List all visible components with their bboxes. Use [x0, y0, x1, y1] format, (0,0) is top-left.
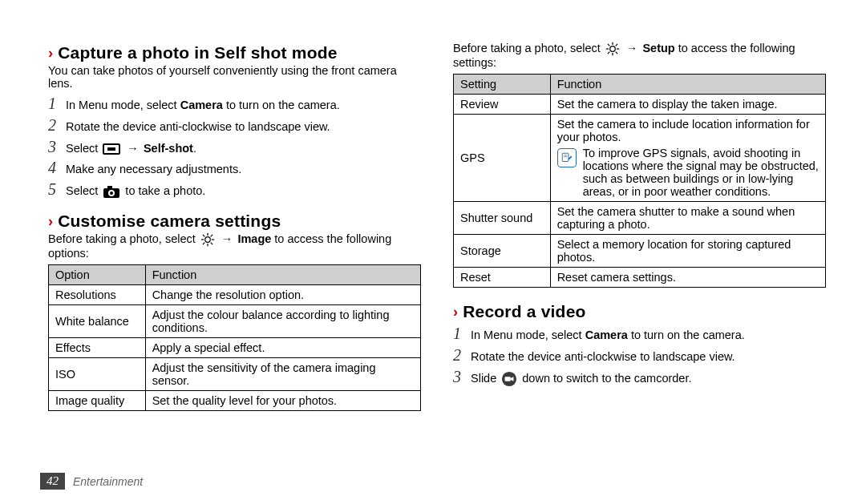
table-row: EffectsApply a special effect.: [49, 337, 421, 357]
table-row: ISOAdjust the sensitivity of the camera …: [49, 357, 421, 390]
chevron-icon: ›: [453, 304, 458, 321]
step-text: Select to take a photo.: [66, 183, 205, 200]
table-row: StorageSelect a memory location for stor…: [454, 235, 826, 268]
step-number: 4: [48, 159, 66, 177]
section-intro: You can take photos of yourself convenie…: [48, 64, 421, 90]
table-header: Function: [550, 75, 825, 95]
table-row: ResetReset camera settings.: [454, 268, 826, 288]
settings-gear-icon: [200, 232, 215, 247]
camera-shutter-icon: [103, 184, 120, 199]
heading-text: Record a video: [463, 302, 585, 321]
table-row: ResolutionsChange the resolution option.: [49, 284, 421, 304]
step-text: Make any necessary adjustments.: [66, 161, 241, 179]
options-table: Option Function ResolutionsChange the re…: [48, 264, 421, 411]
table-row: GPS Set the camera to include location i…: [454, 115, 826, 202]
chevron-icon: ›: [48, 213, 53, 230]
step-number: 2: [48, 116, 66, 135]
step-text: Rotate the device anti-clockwise to land…: [66, 119, 330, 136]
steps-self-shot: 1 In Menu mode, select Camera to turn on…: [48, 95, 421, 200]
step-item: 1 In Menu mode, select Camera to turn on…: [453, 325, 826, 345]
step-text: In Menu mode, select Camera to turn on t…: [471, 327, 745, 345]
step-item: 3 Slide down to switch to the camcorder.: [453, 368, 826, 388]
step-number: 3: [48, 138, 66, 156]
menu-rect-icon: [103, 142, 120, 156]
table-header: Setting: [454, 75, 551, 95]
page-footer: 42 Entertainment: [40, 473, 143, 490]
step-item: 2 Rotate the device anti-clockwise to la…: [48, 116, 421, 136]
steps-record-video: 1 In Menu mode, select Camera to turn on…: [453, 325, 826, 387]
gps-note-text: To improve GPS signals, avoid shooting i…: [583, 147, 819, 198]
step-text: Select → Self-shot.: [66, 140, 196, 158]
step-number: 1: [453, 325, 471, 343]
step-text: Slide down to switch to the camcorder.: [471, 370, 691, 388]
table-row: Shutter soundSet the camera shutter to m…: [454, 202, 826, 235]
chapter-name: Entertainment: [73, 475, 143, 488]
table-header-row: Option Function: [49, 264, 421, 284]
manual-page: › Capture a photo in Self shot mode You …: [0, 0, 866, 504]
heading-text: Customise camera settings: [58, 212, 281, 231]
step-number: 5: [48, 180, 66, 199]
table-header: Function: [145, 264, 420, 284]
step-text: In Menu mode, select Camera to turn on t…: [66, 97, 340, 115]
table-header-row: Setting Function: [454, 75, 826, 95]
right-column: Before taking a photo, select → Setup to…: [453, 40, 826, 417]
table-row: Image qualitySet the quality level for y…: [49, 390, 421, 410]
step-number: 1: [48, 95, 66, 113]
heading-text: Capture a photo in Self shot mode: [58, 43, 337, 62]
table-row: White balanceAdjust the colour balance a…: [49, 304, 421, 337]
note-icon: [557, 148, 577, 167]
step-item: 1 In Menu mode, select Camera to turn on…: [48, 95, 421, 115]
step-text: Rotate the device anti-clockwise to land…: [471, 349, 735, 366]
step-number: 3: [453, 368, 471, 386]
left-column: › Capture a photo in Self shot mode You …: [48, 40, 421, 417]
section-heading-self-shot: › Capture a photo in Self shot mode: [48, 43, 421, 62]
step-item: 2 Rotate the device anti-clockwise to la…: [453, 346, 826, 366]
section-heading-record-video: › Record a video: [453, 302, 826, 321]
step-item: 5 Select to take a photo.: [48, 180, 421, 200]
table-row: ReviewSet the camera to display the take…: [454, 95, 826, 115]
gps-function-cell: Set the camera to include location infor…: [550, 115, 825, 202]
section-intro: Before taking a photo, select → Image to…: [48, 232, 421, 260]
gps-note: To improve GPS signals, avoid shooting i…: [557, 147, 819, 198]
step-item: 3 Select → Self-shot.: [48, 138, 421, 158]
camcorder-toggle-icon: [501, 371, 517, 387]
two-column-layout: › Capture a photo in Self shot mode You …: [48, 40, 826, 417]
table-header: Option: [49, 264, 146, 284]
page-number: 42: [40, 473, 65, 490]
gps-function-text: Set the camera to include location infor…: [557, 118, 819, 143]
step-item: 4 Make any necessary adjustments.: [48, 159, 421, 179]
section-heading-customise: › Customise camera settings: [48, 212, 421, 231]
step-number: 2: [453, 346, 471, 365]
section-intro: Before taking a photo, select → Setup to…: [453, 42, 826, 69]
settings-gear-icon: [605, 42, 620, 56]
settings-table: Setting Function ReviewSet the camera to…: [453, 74, 826, 288]
chevron-icon: ›: [48, 45, 53, 62]
